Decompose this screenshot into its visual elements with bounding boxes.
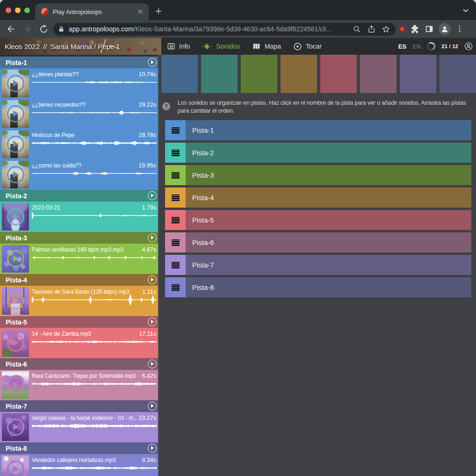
- share-icon[interactable]: [367, 25, 376, 34]
- track-play-icon[interactable]: [148, 191, 157, 200]
- track-row[interactable]: Pista-8: [165, 277, 471, 297]
- breadcrumb-project[interactable]: Kleos 2022: [5, 43, 40, 50]
- track-drag-handle[interactable]: [165, 210, 186, 230]
- track-row[interactable]: Pista-7: [165, 255, 471, 275]
- track-play-icon[interactable]: [148, 360, 157, 368]
- track-drag-handle[interactable]: [165, 277, 186, 297]
- track-drag-handle[interactable]: [165, 120, 186, 140]
- track-row-label[interactable]: Pista-7: [186, 255, 471, 275]
- track-header[interactable]: Pista-7: [0, 400, 158, 412]
- sound-play-icon[interactable]: [7, 105, 24, 123]
- tab-search-chevron-icon[interactable]: [462, 7, 469, 14]
- extensions-puzzle-icon[interactable]: [410, 24, 420, 34]
- sound-item[interactable]: 14 - Aire de Zamba.mp3 17.11s: [0, 328, 158, 358]
- sound-item[interactable]: ¿¿como las cuida?? 19.95s: [0, 159, 158, 190]
- track-header[interactable]: Pista-5: [0, 316, 158, 328]
- sound-thumbnail: [2, 130, 29, 158]
- track-play-icon[interactable]: [148, 444, 157, 453]
- sound-item[interactable]: Palmas sevillanas 160 bpm mp3.mp3 4.87s: [0, 244, 158, 274]
- bookmark-star-icon[interactable]: [382, 25, 390, 34]
- track-row[interactable]: Pista-2: [165, 143, 471, 163]
- track-header[interactable]: Pista-4: [0, 274, 158, 286]
- url-bar[interactable]: app.antropoloops.com/Kleos-Santa-Marina/…: [53, 23, 396, 36]
- track-row-label[interactable]: Pista-6: [186, 232, 471, 252]
- sound-play-icon[interactable]: [7, 250, 24, 267]
- track-play-icon[interactable]: [148, 402, 157, 411]
- sound-thumbnail: [2, 245, 29, 273]
- track-row-label[interactable]: Pista-1: [186, 120, 471, 140]
- track-drag-handle[interactable]: [165, 188, 186, 208]
- side-panel-icon[interactable]: [424, 24, 434, 34]
- new-tab-button[interactable]: [154, 7, 163, 15]
- track-drag-handle[interactable]: [165, 255, 186, 275]
- track-row-label[interactable]: Pista-2: [186, 143, 471, 163]
- profile-avatar[interactable]: [439, 23, 451, 35]
- sound-play-icon[interactable]: [7, 166, 24, 183]
- browser-tab[interactable]: Play Antropoloops: [35, 3, 149, 20]
- url-domain: app.antropoloops.com: [69, 25, 134, 33]
- track-header[interactable]: Pista-8: [0, 442, 158, 454]
- minimize-window-button[interactable]: [15, 7, 21, 13]
- track-row-label[interactable]: Pista-5: [186, 210, 471, 230]
- app-header: Kleos 2022 // Santa Marina / Pepe 1 Info…: [0, 38, 476, 55]
- browser-menu-kebab-icon[interactable]: [455, 24, 464, 34]
- track-row-label[interactable]: Pista-4: [186, 188, 471, 208]
- forward-button[interactable]: [22, 23, 33, 35]
- sound-waveform: [32, 461, 157, 475]
- back-button[interactable]: [5, 23, 16, 35]
- track-color-swatch: [440, 55, 476, 93]
- reload-button[interactable]: [38, 23, 49, 35]
- track-row[interactable]: Pista-3: [165, 165, 471, 185]
- track-row[interactable]: Pista-6: [165, 232, 471, 252]
- track-list: Pista-1 Pista-2 Pista-3 Pista-4 Pista-5: [165, 120, 471, 300]
- sound-item[interactable]: ¿¿tienes recuerdos?? 29.22s: [0, 99, 158, 129]
- maximize-window-button[interactable]: [24, 7, 30, 13]
- sound-item[interactable]: Vendedor callejero Hortalizas.mp3 8.34s: [0, 454, 158, 476]
- track-header[interactable]: Pista-1: [0, 57, 158, 68]
- tab-close-icon[interactable]: [137, 8, 144, 15]
- track-play-icon[interactable]: [148, 58, 157, 67]
- sound-item[interactable]: ¿¿tienes plantas?? 10.74s: [0, 68, 158, 99]
- nav-tocar[interactable]: Tocar: [294, 43, 322, 50]
- zoom-icon[interactable]: [353, 25, 361, 34]
- close-window-button[interactable]: [6, 7, 11, 13]
- track-header[interactable]: Pista-3: [0, 232, 158, 244]
- sound-item[interactable]: Taconeo de Sara Baras (128 kbps).mp3 1.1…: [0, 286, 158, 316]
- nav-info[interactable]: Info: [167, 43, 190, 50]
- track-color-swatch: [320, 55, 357, 93]
- nav-sonidos[interactable]: Sonidos: [202, 43, 240, 50]
- sound-thumbnail: [2, 161, 29, 188]
- sound-play-icon[interactable]: [7, 376, 24, 394]
- track-section: Pista-6 Raul Cantizano- Toque por Soleno…: [0, 358, 158, 400]
- track-row[interactable]: Pista-5: [165, 210, 471, 230]
- track-drag-handle[interactable]: [165, 232, 186, 252]
- sound-play-icon[interactable]: [7, 418, 24, 436]
- track-play-icon[interactable]: [148, 233, 157, 242]
- sound-play-icon[interactable]: [7, 461, 24, 476]
- sound-item[interactable]: sergio cuevas - la harpe indienne - 03 -…: [0, 412, 158, 442]
- account-icon[interactable]: [464, 42, 473, 50]
- sound-play-icon[interactable]: [7, 208, 24, 225]
- nav-mapa[interactable]: Mapa: [252, 43, 281, 50]
- lang-en[interactable]: EN: [412, 43, 421, 50]
- sound-play-icon[interactable]: [7, 75, 24, 92]
- track-play-icon[interactable]: [148, 275, 157, 284]
- track-section: Pista-3 Palmas sevillanas 160 bpm mp3.mp…: [0, 232, 158, 274]
- lang-es[interactable]: ES: [398, 43, 406, 50]
- track-drag-handle[interactable]: [165, 165, 186, 185]
- sound-play-icon[interactable]: [7, 334, 24, 352]
- track-row[interactable]: Pista-1: [165, 120, 471, 140]
- track-drag-handle[interactable]: [165, 143, 186, 163]
- track-row-label[interactable]: Pista-8: [186, 277, 471, 297]
- sound-play-icon[interactable]: [7, 136, 24, 153]
- track-play-icon[interactable]: [148, 317, 157, 326]
- record-extension-icon[interactable]: [399, 26, 405, 32]
- track-header[interactable]: Pista-2: [0, 190, 158, 202]
- sound-item[interactable]: Raul Cantizano- Toque por Solenoide.mp3 …: [0, 370, 158, 400]
- track-row-label[interactable]: Pista-3: [186, 165, 471, 185]
- track-row[interactable]: Pista-4: [165, 188, 471, 208]
- track-header[interactable]: Pista-6: [0, 358, 158, 370]
- sound-item[interactable]: 2022-03-21 1.79s: [0, 202, 158, 232]
- sound-item[interactable]: Hiviscus de Pepe 28.78s: [0, 129, 158, 159]
- sound-play-icon[interactable]: [7, 292, 24, 310]
